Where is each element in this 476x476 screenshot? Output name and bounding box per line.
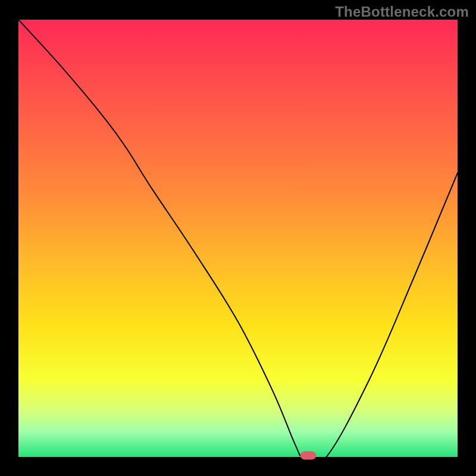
chart-stage: TheBottleneck.com	[0, 0, 476, 476]
bottleneck-chart	[0, 0, 476, 476]
watermark-text: TheBottleneck.com	[335, 4, 469, 20]
optimum-marker	[300, 452, 316, 459]
gradient-background	[18, 20, 458, 458]
